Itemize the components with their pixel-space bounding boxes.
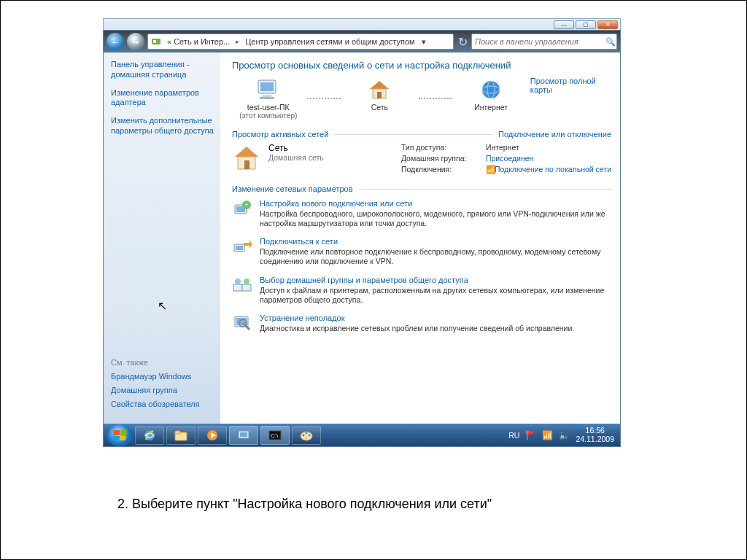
sidebar-link-advanced-sharing[interactable]: Изменить дополнительные параметры общего… xyxy=(111,116,214,136)
breadcrumb-crumb-1[interactable]: « Сеть и Интер... xyxy=(164,37,233,46)
breadcrumb-icon xyxy=(148,36,164,47)
map-node3-label: Интернет xyxy=(474,103,508,112)
option-troubleshoot[interactable]: Устранение неполадок Диагностика и испра… xyxy=(232,314,611,334)
option-homegroup-sharing[interactable]: Выбор домашней группы и параметров общег… xyxy=(232,276,611,305)
forward-button[interactable]: → xyxy=(127,33,144,50)
map-node-network[interactable]: Сеть xyxy=(344,77,416,120)
sidebar-also-header: См. также xyxy=(111,358,214,367)
active-networks-header: Просмотр активных сетей Подключение или … xyxy=(232,130,611,139)
svg-point-40 xyxy=(309,434,311,436)
computer-icon xyxy=(255,77,282,103)
clock-time: 16:56 xyxy=(576,427,614,435)
breadcrumb-crumb-2[interactable]: Центр управления сетями и общим доступом xyxy=(242,37,417,46)
sidebar-also-firewall[interactable]: Брандмауэр Windows xyxy=(111,372,214,381)
option-desc: Доступ к файлам и принтерам, расположенн… xyxy=(260,286,611,305)
map-node-this-pc[interactable]: test-user-ПК (этот компьютер) xyxy=(232,77,304,120)
tray-flag-icon[interactable]: 🚩 xyxy=(525,430,536,440)
svg-rect-5 xyxy=(260,97,274,99)
option-connect-network[interactable]: Подключиться к сети Подключение или повт… xyxy=(232,237,611,266)
sidebar-link-home[interactable]: Панель управления - домашняя страница xyxy=(111,60,214,80)
house-icon xyxy=(366,77,392,103)
connect-network-icon xyxy=(232,237,252,257)
window-body: ← → « Сеть и Интер... ▸ Центр управления… xyxy=(103,30,621,447)
network-name[interactable]: Сеть xyxy=(268,143,324,153)
titlebar: — ▢ ✕ xyxy=(103,18,621,30)
search-input[interactable] xyxy=(472,37,605,46)
svg-rect-30 xyxy=(175,431,180,434)
network-type[interactable]: Домашняя сеть xyxy=(268,153,324,162)
cursor-icon: ↖ xyxy=(158,299,167,313)
prop-key-access: Тип доступа: xyxy=(401,143,481,152)
prop-val-access: Интернет xyxy=(486,143,611,152)
svg-point-9 xyxy=(482,81,500,98)
svg-rect-34 xyxy=(240,432,247,437)
svg-rect-8 xyxy=(377,92,382,98)
map-node1-sub: (этот компьютер) xyxy=(239,112,297,120)
svg-point-41 xyxy=(306,437,308,439)
change-settings-header: Изменение сетевых параметров xyxy=(232,184,611,193)
svg-text:C:\: C:\ xyxy=(271,432,279,439)
main-content: Просмотр основных сведений о сети и наст… xyxy=(220,52,620,424)
clock-date: 24.11.2009 xyxy=(576,435,614,444)
svg-rect-3 xyxy=(260,82,274,91)
option-desc: Настройка беспроводного, широкополосного… xyxy=(260,209,611,228)
tray-network-icon[interactable]: 📶 xyxy=(542,430,553,440)
map-connector xyxy=(419,98,452,99)
tray-volume-icon[interactable]: 🔈 xyxy=(559,430,570,440)
svg-rect-1 xyxy=(153,40,156,43)
network-map: test-user-ПК (этот компьютер) Сеть xyxy=(232,77,611,120)
sidebar-also-homegroup[interactable]: Домашняя группа xyxy=(111,386,214,394)
globe-icon xyxy=(478,77,504,103)
breadcrumb-dropdown[interactable]: ▾ xyxy=(418,37,430,47)
map-connector xyxy=(307,98,340,99)
option-title[interactable]: Настройка нового подключения или сети xyxy=(260,199,611,208)
taskbar-ie[interactable] xyxy=(135,426,164,445)
refresh-icon[interactable]: ↻ xyxy=(457,35,468,49)
close-button[interactable]: ✕ xyxy=(597,20,618,29)
windows-logo-icon xyxy=(112,430,126,440)
option-new-connection[interactable]: + Настройка нового подключения или сети … xyxy=(232,199,611,228)
option-title[interactable]: Устранение неполадок xyxy=(260,314,574,322)
taskbar-paint[interactable] xyxy=(292,426,321,445)
sidebar-also-ie-options[interactable]: Свойства обозревателя xyxy=(111,400,214,408)
search-box[interactable]: 🔍 xyxy=(471,34,617,50)
taskbar-explorer[interactable] xyxy=(166,426,196,445)
start-button[interactable] xyxy=(107,424,133,446)
minimize-button[interactable]: — xyxy=(554,20,574,29)
svg-rect-22 xyxy=(242,284,251,291)
option-title[interactable]: Подключиться к сети xyxy=(260,237,611,246)
connect-disconnect-link[interactable]: Подключение или отключение xyxy=(498,130,611,139)
homegroup-icon xyxy=(232,276,252,296)
address-bar: ← → « Сеть и Интер... ▸ Центр управления… xyxy=(104,31,620,52)
svg-point-23 xyxy=(235,279,241,284)
svg-point-39 xyxy=(306,432,308,434)
slide-instruction: 2. Выберите пункт "Настройка нового подк… xyxy=(117,497,492,512)
svg-marker-6 xyxy=(370,81,389,89)
lang-indicator[interactable]: RU xyxy=(508,431,519,440)
prop-val-connection[interactable]: Подключение по локальной сети xyxy=(495,165,611,174)
change-settings-label: Изменение сетевых параметров xyxy=(232,184,353,193)
prop-val-homegroup[interactable]: Присоединен xyxy=(486,154,534,163)
full-map-link[interactable]: Просмотр полной карты xyxy=(530,77,611,94)
taskbar-cmd[interactable]: C:\ xyxy=(260,426,290,445)
svg-rect-20 xyxy=(236,246,243,250)
svg-rect-4 xyxy=(263,95,271,97)
back-button[interactable]: ← xyxy=(107,33,124,50)
option-desc: Диагностика и исправление сетевых пробле… xyxy=(260,324,574,333)
system-tray: RU 🚩 📶 🔈 16:56 24.11.2009 xyxy=(508,427,617,443)
maximize-button[interactable]: ▢ xyxy=(576,20,596,29)
map-node-internet[interactable]: Интернет xyxy=(454,77,527,120)
clock[interactable]: 16:56 24.11.2009 xyxy=(576,427,617,443)
search-icon[interactable]: 🔍 xyxy=(605,37,616,47)
new-connection-icon: + xyxy=(232,199,252,219)
svg-point-24 xyxy=(244,279,249,284)
taskbar-control-panel[interactable] xyxy=(229,426,258,445)
active-network-row: Сеть Домашняя сеть Тип доступа: Интернет… xyxy=(232,143,611,174)
sidebar-link-adapter[interactable]: Изменение параметров адаптера xyxy=(111,88,214,109)
taskbar-media-player[interactable] xyxy=(198,426,227,445)
breadcrumb[interactable]: « Сеть и Интер... ▸ Центр управления сет… xyxy=(147,34,454,50)
svg-marker-12 xyxy=(235,147,258,157)
option-title[interactable]: Выбор домашней группы и параметров общег… xyxy=(260,276,611,284)
breadcrumb-sep: ▸ xyxy=(233,38,242,45)
svg-rect-21 xyxy=(233,284,242,291)
